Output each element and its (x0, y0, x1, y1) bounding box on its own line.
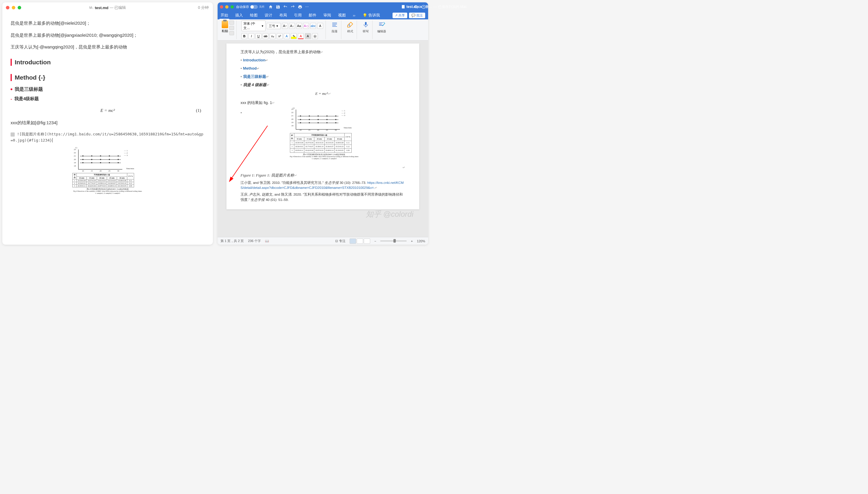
tab-references[interactable]: 引用 (294, 12, 302, 19)
comments-button[interactable]: 💬批注 (409, 13, 425, 18)
web-layout-view-icon[interactable] (357, 239, 363, 244)
heading-4[interactable]: -我是4级标题 (11, 96, 205, 102)
paragraph[interactable]: 王庆等人认为[-@wangqing2020]，昆虫是世界上最多的动物 (11, 44, 205, 51)
doc-heading-3[interactable]: ▪我是三级标题↵ (240, 73, 405, 80)
tab-design[interactable]: 设计 (265, 12, 272, 19)
minimize-icon[interactable] (225, 5, 229, 8)
subscript-button[interactable]: x₂ (270, 33, 275, 39)
redo-icon[interactable] (290, 5, 295, 9)
lightbulb-icon: 💡 (363, 13, 367, 18)
decrease-font-icon[interactable]: A↓ (289, 23, 295, 29)
cut-icon[interactable] (229, 21, 234, 25)
print-layout-view-icon[interactable] (350, 239, 356, 244)
dictate-button[interactable]: 听写 (362, 21, 370, 34)
highlight-icon[interactable]: ✎ (291, 33, 297, 39)
font-size-select[interactable]: 三号▾ (267, 23, 281, 29)
close-icon[interactable] (6, 6, 10, 10)
toggle-switch-icon[interactable] (250, 5, 258, 9)
heading-3[interactable]: 我是三级标题 (11, 86, 205, 93)
paragraph[interactable]: xxx 的结果如 fig. 1↵ (240, 99, 405, 106)
doc-heading-1[interactable]: ▪Introduction↵ (240, 57, 405, 63)
spellcheck-icon[interactable]: 📖 (265, 239, 269, 243)
document-area[interactable]: 王庆等人认为(2020)，昆虫是世界上最多的动物↵ ▪Introduction↵… (218, 40, 428, 237)
tab-draw[interactable]: 绘图 (250, 12, 257, 19)
tab-review[interactable]: 审阅 (323, 12, 331, 19)
zoom-level[interactable]: 120% (417, 239, 425, 243)
char-shading-icon[interactable]: A (305, 33, 311, 39)
autosave-label: 自动保存 (236, 5, 249, 9)
share-icon: ↗ (395, 14, 398, 17)
search-icon[interactable] (414, 5, 418, 9)
strikethrough-button[interactable]: ab (263, 33, 269, 39)
paragraph[interactable]: 昆虫是世界上最多的动物[@jiangxiaolei2010; @wangqing… (11, 32, 205, 39)
tell-me[interactable]: 💡告诉我 (363, 13, 380, 18)
zoom-out-button[interactable]: − (374, 239, 376, 243)
tab-layout[interactable]: 布局 (279, 12, 287, 19)
share-button[interactable]: ↗共享 (393, 13, 407, 18)
document-page[interactable]: 王庆等人认为(2020)，昆虫是世界上最多的动物↵ ▪Introduction↵… (227, 43, 419, 209)
styles-label: 样式 (347, 30, 353, 34)
maximize-icon[interactable] (18, 6, 21, 10)
format-painter-icon[interactable] (229, 31, 234, 35)
clear-format-icon[interactable]: A◇ (303, 23, 309, 29)
styles-button[interactable]: A 样式 (346, 21, 354, 34)
close-icon[interactable] (220, 5, 223, 8)
word-count[interactable]: 236 个字 (248, 239, 260, 243)
heading-1[interactable]: Method {-} (11, 74, 205, 81)
reference-entry[interactable]: 江小雷, and 张卫国. 2010. "功能多样性及其研究方法." 生态学报 … (240, 180, 405, 191)
equation[interactable]: E = mc²↵ (240, 91, 405, 97)
bold-button[interactable]: B (241, 33, 247, 39)
underline-button[interactable]: U (255, 33, 261, 39)
microphone-icon (362, 21, 370, 29)
text-effects-icon[interactable]: A (284, 33, 290, 39)
focus-mode-button[interactable]: ⊡专注 (335, 239, 345, 243)
char-border-icon[interactable]: A (317, 23, 323, 29)
page-indicator[interactable]: 第 1 页，共 2 页 (220, 239, 244, 243)
more-tabs-icon[interactable]: ›› (353, 13, 356, 18)
maximize-icon[interactable] (231, 5, 234, 8)
increase-font-icon[interactable]: A↑ (282, 23, 288, 29)
equation-block[interactable]: E = mc² (1) (11, 108, 205, 113)
paste-button[interactable]: 粘贴 (222, 21, 228, 35)
heading-1[interactable]: Introduction (11, 59, 205, 66)
image-markdown-syntax[interactable]: ![我是图片名称](https://img1.baidu.com/it/u=25… (11, 131, 205, 144)
paragraph[interactable]: 王庆等人认为(2020)，昆虫是世界上最多的动物↵ (240, 49, 405, 55)
superscript-button[interactable]: x² (277, 33, 283, 39)
slider-thumb-icon[interactable] (394, 239, 396, 243)
filename-label: test.md (95, 5, 108, 10)
italic-button[interactable]: I (249, 33, 254, 39)
tab-home[interactable]: 开始 (220, 12, 228, 19)
editor-body[interactable]: 昆虫是世界上最多的动物[@nielei2020]； 昆虫是世界上最多的动物[@j… (2, 13, 213, 245)
change-case-icon[interactable]: Aa (296, 23, 302, 29)
home-icon[interactable] (269, 5, 273, 9)
tab-insert[interactable]: 插入 (235, 12, 243, 19)
autosave-toggle[interactable]: 自动保存 关闭 (236, 5, 264, 9)
enclose-char-icon[interactable]: ㊙ (312, 33, 318, 39)
history-icon[interactable] (421, 5, 426, 9)
tab-mail[interactable]: 邮件 (309, 12, 317, 19)
paragraph[interactable]: 昆虫是世界上最多的动物[@nielei2020]； (11, 20, 205, 27)
qat-more-icon[interactable]: ⋯ (305, 5, 309, 9)
phonetic-icon[interactable]: abc (310, 23, 316, 29)
outline-view-icon[interactable] (364, 239, 370, 244)
figure-caption[interactable]: Figure 1: Figure 1: 我是图片名称↵ (240, 172, 405, 178)
editor-button[interactable]: 编辑器 (377, 21, 386, 34)
print-icon[interactable] (298, 5, 302, 9)
doc-heading-4[interactable]: ▪我是 4 级标题↵ (240, 82, 405, 88)
undo-icon[interactable] (283, 5, 288, 9)
paragraph-mark-icon: ↵ (240, 165, 405, 170)
zoom-in-button[interactable]: + (411, 239, 413, 243)
save-icon[interactable] (276, 5, 280, 9)
copy-icon[interactable] (229, 26, 234, 30)
paragraph-button[interactable]: 段落 (330, 21, 339, 34)
font-family-select[interactable]: 宋体 (中文…▾ (241, 21, 266, 31)
paragraph[interactable]: xxx的结果如[@fig:1234] (11, 119, 205, 126)
reference-entry[interactable]: 王庆, 卢志兴, 赵婧文, and 陈又清. 2020. "互利关系和植物多样性… (240, 192, 405, 202)
chevron-down-icon: ▾ (276, 24, 278, 28)
paragraph-mark-icon: ↵ (375, 186, 377, 189)
doc-heading-2[interactable]: ▪Method↵ (240, 65, 405, 72)
zoom-slider[interactable] (380, 241, 406, 242)
tab-view[interactable]: 视图 (338, 12, 346, 19)
font-color-icon[interactable]: A (298, 33, 304, 39)
minimize-icon[interactable] (12, 6, 15, 10)
